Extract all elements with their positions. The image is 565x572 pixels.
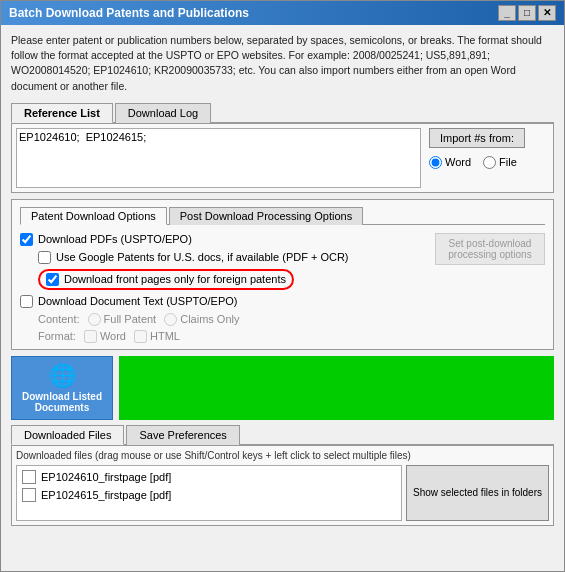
tab-post-download[interactable]: Post Download Processing Options <box>169 207 363 225</box>
files-list: EP1024610_firstpage [pdf] EP1024615_firs… <box>16 465 402 521</box>
tab-download-log[interactable]: Download Log <box>115 103 211 123</box>
show-files-button[interactable]: Show selected files in folders <box>406 465 549 521</box>
description-text: Please enter patent or publication numbe… <box>11 33 554 94</box>
html-format-label[interactable]: HTML <box>134 330 180 343</box>
options-left-column: Download PDFs (USPTO/EPO) Use Google Pat… <box>20 233 429 343</box>
downloaded-hint: Downloaded files (drag mouse or use Shif… <box>16 450 549 461</box>
radio-file-label[interactable]: File <box>483 156 517 169</box>
progress-bar <box>119 356 554 420</box>
html-format-text: HTML <box>150 330 180 342</box>
files-area: EP1024610_firstpage [pdf] EP1024615_firs… <box>16 465 549 521</box>
format-label: Format: <box>38 330 76 342</box>
options-right-column: Set post-download processing options <box>435 233 545 265</box>
main-window: Batch Download Patents and Publications … <box>0 0 565 572</box>
options-content: Download PDFs (USPTO/EPO) Use Google Pat… <box>20 233 545 343</box>
radio-file-input[interactable] <box>483 156 496 169</box>
import-radio-group: Word File <box>429 156 517 169</box>
set-post-download-button[interactable]: Set post-download processing options <box>435 233 545 265</box>
downloaded-files-section: Downloaded files (drag mouse or use Shif… <box>11 445 554 526</box>
download-text-row: Download Document Text (USPTO/EPO) <box>20 295 429 308</box>
globe-icon: 🌐 <box>49 363 76 389</box>
full-patent-radio-label[interactable]: Full Patent <box>88 313 157 326</box>
list-item: EP1024615_firstpage [pdf] <box>19 486 399 504</box>
file-checkbox-1[interactable] <box>22 470 36 484</box>
content-row: Content: Full Patent Claims Only <box>38 313 429 326</box>
claims-only-radio-label[interactable]: Claims Only <box>164 313 239 326</box>
radio-file-text: File <box>499 156 517 168</box>
use-google-row: Use Google Patents for U.S. docs, if ava… <box>38 251 429 264</box>
use-google-label: Use Google Patents for U.S. docs, if ava… <box>56 251 349 263</box>
format-row: Format: Word HTML <box>38 330 429 343</box>
file-name-2[interactable]: EP1024615_firstpage [pdf] <box>41 489 171 501</box>
radio-word-text: Word <box>445 156 471 168</box>
content-label: Content: <box>38 313 80 325</box>
patent-input-section: EP1024610; EP1024615; Import #s from: Wo… <box>11 123 554 193</box>
download-pdfs-row: Download PDFs (USPTO/EPO) <box>20 233 429 246</box>
word-format-text: Word <box>100 330 126 342</box>
tab-downloaded-files[interactable]: Downloaded Files <box>11 425 124 445</box>
file-name-1[interactable]: EP1024610_firstpage [pdf] <box>41 471 171 483</box>
maximize-button[interactable]: □ <box>518 5 536 21</box>
front-pages-label: Download front pages only for foreign pa… <box>64 273 286 285</box>
download-pdfs-label: Download PDFs (USPTO/EPO) <box>38 233 192 245</box>
file-checkbox-2[interactable] <box>22 488 36 502</box>
claims-only-label: Claims Only <box>180 313 239 325</box>
import-section: Import #s from: Word File <box>429 128 549 188</box>
minimize-button[interactable]: _ <box>498 5 516 21</box>
radio-word-input[interactable] <box>429 156 442 169</box>
front-pages-checkbox[interactable] <box>46 273 59 286</box>
download-button-label: Download ListedDocuments <box>22 391 102 413</box>
window-title: Batch Download Patents and Publications <box>9 6 249 20</box>
tab-save-preferences[interactable]: Save Preferences <box>126 425 239 445</box>
title-bar: Batch Download Patents and Publications … <box>1 1 564 25</box>
tab-reference-list[interactable]: Reference List <box>11 103 113 123</box>
options-tab-bar: Patent Download Options Post Download Pr… <box>20 206 545 225</box>
list-item: EP1024610_firstpage [pdf] <box>19 468 399 486</box>
html-format-checkbox[interactable] <box>134 330 147 343</box>
download-pdfs-checkbox[interactable] <box>20 233 33 246</box>
action-bar: 🌐 Download ListedDocuments <box>11 356 554 420</box>
download-text-label: Download Document Text (USPTO/EPO) <box>38 295 238 307</box>
top-tab-bar: Reference List Download Log <box>11 102 554 123</box>
close-button[interactable]: ✕ <box>538 5 556 21</box>
word-format-checkbox[interactable] <box>84 330 97 343</box>
import-button[interactable]: Import #s from: <box>429 128 525 148</box>
download-text-checkbox[interactable] <box>20 295 33 308</box>
use-google-checkbox[interactable] <box>38 251 51 264</box>
title-bar-controls: _ □ ✕ <box>498 5 556 21</box>
patent-numbers-input[interactable]: EP1024610; EP1024615; <box>16 128 421 188</box>
full-patent-label: Full Patent <box>104 313 157 325</box>
options-panel: Patent Download Options Post Download Pr… <box>11 199 554 350</box>
full-patent-radio[interactable] <box>88 313 101 326</box>
claims-only-radio[interactable] <box>164 313 177 326</box>
tab-patent-download-options[interactable]: Patent Download Options <box>20 207 167 225</box>
radio-word-label[interactable]: Word <box>429 156 471 169</box>
bottom-tab-bar: Downloaded Files Save Preferences <box>11 424 554 445</box>
download-listed-button[interactable]: 🌐 Download ListedDocuments <box>11 356 113 420</box>
front-pages-row-highlighted: Download front pages only for foreign pa… <box>38 269 294 290</box>
word-format-label[interactable]: Word <box>84 330 126 343</box>
